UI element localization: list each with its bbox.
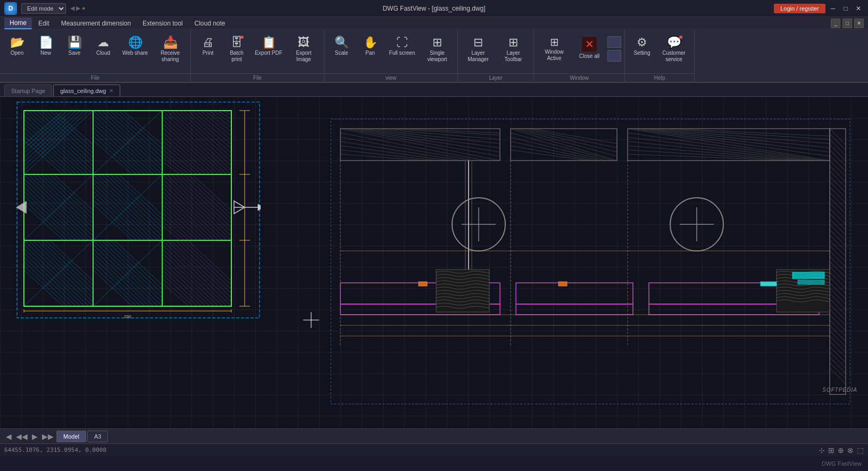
layout-tab-a3-label: A3 (94, 433, 101, 440)
svg-line-118 (196, 111, 231, 140)
svg-line-155 (162, 221, 185, 240)
receive-sharing-button[interactable]: 📥 Receive sharing (153, 34, 187, 71)
login-button[interactable]: Login / register (774, 4, 825, 13)
window-title: DWG FastView - [glass_ceiling.dwg] (382, 5, 485, 12)
svg-line-162 (183, 240, 231, 285)
close-window-button[interactable]: ✕ (853, 3, 864, 14)
svg-line-32 (49, 111, 93, 149)
window-active-button[interactable]: ⊞ Window Active (537, 34, 571, 71)
layout-nav-prev[interactable]: ◀ (4, 432, 13, 441)
batch-print-button[interactable]: 🗄 Batch print (223, 34, 251, 71)
svg-line-220 (340, 154, 427, 161)
menu-cloud[interactable]: Cloud note (189, 18, 231, 29)
new-icon: 📄 (39, 37, 53, 48)
viewport-icon[interactable]: ⬚ (857, 446, 864, 455)
pan-button[interactable]: ✋ Pan (356, 34, 384, 71)
layer-toolbar-icon: ⊞ (508, 37, 518, 48)
app-logo: D (4, 2, 17, 15)
layout-nav-first[interactable]: ◀◀ (14, 432, 29, 441)
export-pdf-icon: 📋 (262, 37, 276, 48)
new-button[interactable]: 📄 New (32, 34, 60, 71)
save-label: Save (69, 50, 81, 56)
svg-line-109 (93, 270, 132, 306)
print-button[interactable]: 🖨 Print (194, 34, 222, 71)
webshare-icon: 🌐 (128, 37, 143, 48)
svg-line-80 (93, 204, 132, 240)
svg-line-136 (162, 162, 180, 174)
open-icon: 📂 (10, 37, 24, 48)
coordinates-display: 64455.1076, 2315.0954, 0.0000 (4, 447, 106, 453)
layout-tab-model-label: Model (63, 433, 79, 440)
close-all-button[interactable]: ✕ Close all (572, 34, 606, 71)
layout-tab-a3[interactable]: A3 (87, 431, 108, 442)
svg-rect-320 (792, 272, 824, 279)
mode-selector[interactable]: Edit mode (21, 3, 66, 14)
svg-line-158 (166, 240, 231, 302)
snap-icon[interactable]: ⊹ (819, 446, 825, 455)
canvas-area[interactable]: 290 (0, 97, 868, 428)
layer-toolbar-button[interactable]: ⊞ Layer Toolbar (496, 34, 530, 71)
window-cascade-button[interactable] (607, 50, 621, 62)
export-pdf-button[interactable]: 📋 Export PDF (252, 34, 286, 71)
save-button[interactable]: 💾 Save (61, 34, 88, 71)
tab-glass-ceiling[interactable]: glass_ceiling.dwg ✕ (53, 85, 120, 96)
layout-tab-model[interactable]: Model (56, 431, 86, 442)
layer-manager-icon: ⊟ (473, 37, 483, 48)
receive-sharing-label: Receive sharing (155, 50, 186, 63)
layer-manager-button[interactable]: ⊟ Layer Manager (461, 34, 495, 71)
svg-line-110 (162, 111, 231, 174)
layout-nav-next[interactable]: ▶ (30, 432, 39, 441)
layer-group-label: Layer (458, 73, 533, 82)
drawing-right-panel (330, 118, 851, 405)
svg-line-241 (628, 137, 819, 161)
fullscreen-icon: ⛶ (396, 37, 408, 48)
svg-rect-317 (419, 282, 427, 286)
menu-home[interactable]: Home (4, 18, 32, 29)
tab-close-icon[interactable]: ✕ (109, 88, 113, 94)
help-group-label: Help (625, 73, 694, 82)
cloud-button[interactable]: ☁ Cloud (89, 34, 117, 71)
svg-line-119 (201, 111, 231, 136)
customer-service-button[interactable]: 💬 Customer service (657, 34, 691, 71)
layout-nav-last[interactable]: ▶▶ (40, 432, 55, 441)
svg-line-150 (162, 200, 206, 240)
menu-measurement[interactable]: Measurement dimension (56, 18, 136, 29)
fullscreen-button[interactable]: ⛶ Full screen (385, 34, 419, 71)
svg-line-236 (644, 129, 830, 148)
ortho-icon[interactable]: ⊕ (838, 446, 844, 455)
svg-line-129 (162, 132, 210, 174)
svg-rect-303 (516, 283, 633, 304)
menu-extension[interactable]: Extension tool (137, 18, 188, 29)
fullscreen-label: Full screen (389, 50, 415, 56)
ribbon-group-view: 🔍 Scale ✋ Pan ⛶ Full screen ⊞ Single vie… (324, 30, 458, 82)
restore-btn[interactable]: _ (831, 19, 840, 28)
ribbon-group-layer: ⊟ Layer Manager ⊞ Layer Toolbar Layer (458, 30, 534, 82)
export-image-button[interactable]: 🖼 Export Image (287, 34, 321, 71)
export-image-icon: 🖼 (298, 37, 310, 48)
save-icon: 💾 (68, 37, 82, 48)
webshare-button[interactable]: 🌐 Web share (118, 34, 152, 71)
title-bar: D Edit mode ◀ ▶ ● DWG FastView - [glass_… (0, 0, 868, 17)
polar-icon[interactable]: ⊗ (847, 446, 854, 455)
tab-startup[interactable]: Startup Page (4, 85, 52, 96)
scale-button[interactable]: 🔍 Scale (328, 34, 355, 71)
close-btn[interactable]: ✕ (854, 19, 864, 28)
max-btn[interactable]: □ (842, 19, 852, 28)
setting-button[interactable]: ⚙ Setting (628, 34, 656, 71)
svg-line-47 (93, 132, 141, 174)
grid-icon[interactable]: ⊞ (828, 446, 834, 455)
minimize-button[interactable]: ─ (828, 3, 838, 14)
ribbon: 📂 Open 📄 New 💾 Save ☁ Cloud 🌐 Web share … (0, 30, 868, 83)
svg-line-133 (162, 149, 193, 174)
tab-glass-ceiling-label: glass_ceiling.dwg (60, 88, 106, 94)
maximize-button[interactable]: □ (840, 3, 851, 14)
single-viewport-button[interactable]: ⊞ Single viewport (420, 34, 454, 71)
menu-edit[interactable]: Edit (33, 18, 55, 29)
window-tile-button[interactable] (607, 36, 621, 48)
open-button[interactable]: 📂 Open (3, 34, 31, 71)
pan-label: Pan (365, 50, 375, 56)
svg-line-171 (162, 274, 197, 306)
customer-service-icon: 💬 (667, 37, 681, 48)
svg-line-137 (162, 174, 231, 240)
batch-print-icon: 🗄 (231, 37, 243, 48)
